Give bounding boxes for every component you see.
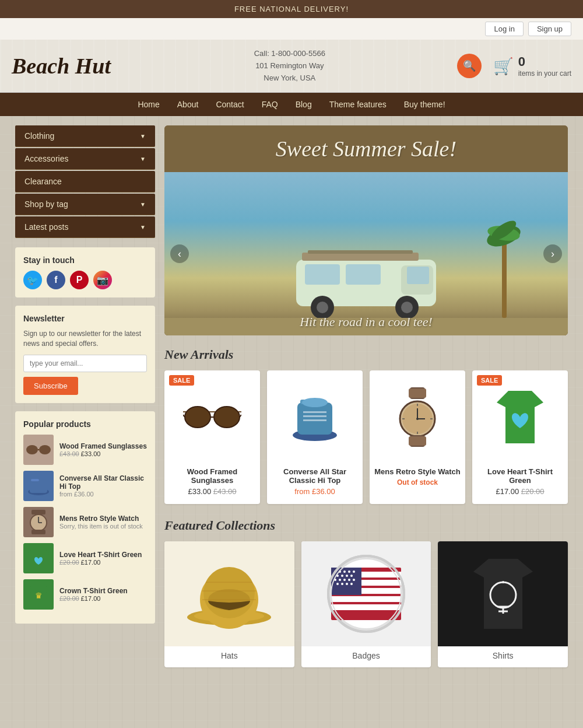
collection-image: [301, 541, 431, 646]
product-card-sunglasses[interactable]: SALE Wood Framed Sunglasses £33.00 £43.0…: [164, 370, 260, 504]
sidebar-item-shop-by-tag[interactable]: Shop by tag ▼: [15, 194, 155, 215]
hats-icon: [182, 553, 276, 635]
stay-in-touch-box: Stay in touch 🐦 f P 📷: [15, 247, 155, 298]
product-image: [370, 370, 465, 464]
svg-rect-39: [303, 415, 326, 417]
svg-rect-40: [303, 419, 326, 421]
product-name: Converse All Star Classic Hi Top: [272, 467, 358, 485]
chevron-down-icon: ▼: [140, 224, 146, 230]
site-logo[interactable]: Beach Hut: [12, 53, 111, 79]
watch-product-icon: [397, 385, 438, 449]
list-item[interactable]: Love Heart T-Shirt Green £20.00 £17.00: [23, 543, 147, 573]
svg-rect-27: [302, 253, 419, 261]
list-item[interactable]: ♛ Crown T-Shirt Green £20.00 £17.00: [23, 579, 147, 610]
instagram-icon[interactable]: 📷: [93, 271, 112, 289]
svg-point-26: [401, 302, 413, 313]
svg-rect-36: [297, 402, 332, 435]
sunglasses-product-icon: [183, 400, 241, 435]
hero-banner: Sweet Summer Sale!: [164, 125, 568, 335]
hero-image: Hit the road in a cool tee! ‹ ›: [164, 172, 568, 335]
nav-about[interactable]: About: [177, 100, 199, 109]
list-item[interactable]: Mens Retro Style Watch Sorry, this item …: [23, 507, 147, 537]
top-banner: FREE NATIONAL DELIVERY!: [0, 0, 583, 18]
collections-grid: Hats: [164, 541, 568, 667]
subscribe-button[interactable]: Subscribe: [23, 377, 78, 395]
sidebar-item-accessories[interactable]: Accessories ▼: [15, 148, 155, 170]
site-header: Beach Hut Call: 1-800-000-5566 101 Remin…: [0, 40, 583, 93]
cart-area[interactable]: 🛒 0 items in your cart: [493, 54, 571, 78]
svg-rect-20: [305, 264, 340, 285]
svg-rect-4: [30, 480, 47, 493]
svg-rect-47: [409, 436, 426, 446]
newsletter-email-input[interactable]: [23, 355, 147, 372]
twitter-icon[interactable]: 🐦: [23, 271, 42, 289]
sidebar-item-clothing[interactable]: Clothing ▼: [15, 125, 155, 147]
auth-bar: Log in Sign up: [0, 18, 583, 40]
newsletter-description: Sign up to our newsletter for the latest…: [23, 329, 147, 349]
hero-prev-button[interactable]: ‹: [170, 244, 189, 263]
collection-image: [164, 541, 294, 646]
pinterest-icon[interactable]: P: [70, 271, 89, 289]
shoes-product-icon: [289, 391, 341, 443]
collection-name: Hats: [164, 651, 294, 660]
svg-marker-93: [473, 559, 533, 629]
nav-theme-features[interactable]: Theme features: [329, 100, 387, 109]
product-name: Love Heart T-Shirt Green: [477, 467, 563, 485]
new-arrivals-title: New Arrivals: [164, 347, 568, 362]
product-price: £33.00 £43.00: [164, 487, 260, 496]
nav-blog[interactable]: Blog: [296, 100, 312, 109]
facebook-icon[interactable]: f: [47, 271, 65, 289]
nav-contact[interactable]: Contact: [216, 100, 244, 109]
product-thumbnail: [23, 543, 54, 573]
collection-card-shirts[interactable]: Shirts: [438, 541, 568, 667]
collection-card-hats[interactable]: Hats: [164, 541, 294, 667]
list-item[interactable]: Converse All Star Classic Hi Top from £3…: [23, 471, 147, 501]
collection-card-badges[interactable]: Badges: [301, 541, 431, 667]
login-button[interactable]: Log in: [485, 22, 523, 36]
nav-home[interactable]: Home: [138, 100, 159, 109]
nav-faq[interactable]: FAQ: [262, 100, 278, 109]
collection-name: Shirts: [438, 651, 568, 660]
nav-buy-theme[interactable]: Buy theme!: [404, 100, 445, 109]
products-grid: SALE Wood Framed Sunglasses £33.00 £43.0…: [164, 370, 568, 504]
svg-point-31: [214, 407, 240, 428]
signup-button[interactable]: Sign up: [528, 22, 571, 36]
svg-point-0: [26, 445, 38, 454]
svg-point-92: [328, 556, 404, 632]
product-card-tshirt[interactable]: SALE Love Heart T-Shirt Green £17.00 £20…: [472, 370, 568, 504]
newsletter-title: Newsletter: [23, 314, 147, 323]
svg-rect-14: [502, 236, 507, 318]
palm-tree-icon: [486, 201, 521, 318]
svg-rect-22: [407, 267, 429, 284]
product-image: [267, 370, 363, 464]
main-content: Sweet Summer Sale!: [164, 125, 568, 667]
newsletter-box: Newsletter Sign up to our newsletter for…: [15, 306, 155, 403]
svg-point-41: [302, 398, 328, 407]
sidebar-item-clearance[interactable]: Clearance: [15, 171, 155, 192]
tshirt-product-icon: [491, 385, 549, 449]
content-wrap: Clothing ▼ Accessories ▼ Clearance Shop …: [6, 116, 577, 677]
search-button[interactable]: 🔍: [457, 54, 482, 78]
hero-title: Sweet Summer Sale!: [276, 136, 456, 161]
chevron-down-icon: ▼: [140, 201, 146, 208]
sidebar-item-latest-posts[interactable]: Latest posts ▼: [15, 216, 155, 238]
main-nav: Home About Contact FAQ Blog Theme featur…: [0, 93, 583, 116]
badges-icon: [322, 550, 410, 638]
list-item[interactable]: Wood Framed Sunglasses £43.00 £33.00: [23, 435, 147, 465]
sidebar-menu: Clothing ▼ Accessories ▼ Clearance Shop …: [15, 125, 155, 238]
svg-rect-5: [31, 479, 39, 481]
collection-name: Badges: [301, 651, 431, 660]
svg-rect-28: [308, 250, 413, 254]
product-thumbnail: ♛: [23, 579, 54, 610]
contact-info: Call: 1-800-000-5566 101 Remington Way N…: [134, 48, 445, 84]
svg-rect-43: [409, 388, 426, 398]
hero-next-button[interactable]: ›: [543, 244, 562, 263]
svg-rect-38: [303, 411, 326, 413]
collection-image: [438, 541, 568, 646]
sale-badge: SALE: [477, 375, 502, 386]
product-card-watch[interactable]: Mens Retro Style Watch Out of stock: [370, 370, 465, 504]
product-thumbnail: [23, 471, 54, 501]
svg-point-50: [416, 418, 419, 420]
chevron-down-icon: ▼: [140, 156, 146, 162]
product-card-shoes[interactable]: Converse All Star Classic Hi Top from £3…: [267, 370, 363, 504]
